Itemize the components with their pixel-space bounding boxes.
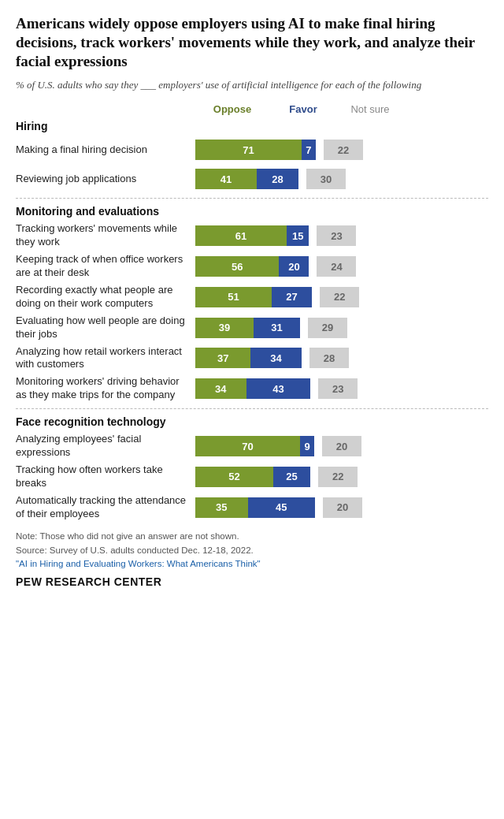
table-row: Making a final hiring decision71722 bbox=[16, 137, 488, 162]
notsure-label: Not sure bbox=[346, 103, 394, 115]
section-divider bbox=[16, 198, 488, 199]
bar-oppose: 39 bbox=[195, 318, 254, 338]
bar-favor: 20 bbox=[279, 256, 309, 277]
bar-oppose: 61 bbox=[195, 225, 287, 246]
page-title: Americans widely oppose employers using … bbox=[16, 14, 488, 70]
table-row: Monitoring workers' driving behavior as … bbox=[16, 375, 488, 402]
bar-notsure: 20 bbox=[322, 436, 361, 456]
bar-notsure: 22 bbox=[320, 287, 359, 307]
row-label: Evaluating how well people are doing the… bbox=[16, 315, 195, 341]
bar-oppose: 71 bbox=[195, 140, 302, 160]
bars: 344323 bbox=[195, 378, 488, 399]
bar-oppose: 70 bbox=[195, 436, 300, 456]
bar-notsure: 30 bbox=[306, 169, 346, 189]
bar-oppose: 51 bbox=[195, 287, 272, 307]
table-row: Analyzing how retail workers interact wi… bbox=[16, 345, 488, 372]
oppose-label: Oppose bbox=[197, 103, 268, 115]
bars: 412830 bbox=[195, 169, 488, 189]
bar-favor: 15 bbox=[287, 225, 309, 246]
table-row: Keeping track of when office workers are… bbox=[16, 253, 488, 280]
bars: 512722 bbox=[195, 287, 488, 307]
table-row: Tracking workers' movements while they w… bbox=[16, 222, 488, 249]
pew-research-label: PEW RESEARCH CENTER bbox=[16, 575, 488, 588]
bar-favor: 9 bbox=[300, 436, 314, 456]
bars: 611523 bbox=[195, 225, 488, 246]
table-row: Evaluating how well people are doing the… bbox=[16, 315, 488, 341]
row-label: Monitoring workers' driving behavior as … bbox=[16, 375, 195, 402]
row-label: Tracking workers' movements while they w… bbox=[16, 222, 195, 249]
bars: 393129 bbox=[195, 318, 488, 338]
bars: 354520 bbox=[195, 497, 488, 518]
bar-notsure: 22 bbox=[324, 140, 363, 160]
bar-favor: 45 bbox=[248, 497, 316, 518]
bar-notsure: 24 bbox=[317, 256, 356, 277]
bar-favor: 27 bbox=[272, 287, 312, 307]
bar-favor: 43 bbox=[246, 378, 311, 399]
bars: 522522 bbox=[195, 467, 488, 487]
bar-favor: 31 bbox=[254, 318, 300, 338]
table-row: Tracking how often workers take breaks52… bbox=[16, 463, 488, 490]
favor-label: Favor bbox=[268, 103, 339, 115]
bar-oppose: 34 bbox=[195, 378, 246, 399]
bar-notsure: 22 bbox=[318, 467, 358, 487]
table-row: Automatically tracking the attendance of… bbox=[16, 494, 488, 521]
row-label: Analyzing employees' facial expressions bbox=[16, 433, 195, 460]
section-label: Face recognition technology bbox=[16, 415, 488, 428]
row-label: Reviewing job applications bbox=[16, 173, 195, 186]
table-row: Reviewing job applications412830 bbox=[16, 166, 488, 192]
note3: "AI in Hiring and Evaluating Workers: Wh… bbox=[16, 559, 261, 568]
section-label: Monitoring and evaluations bbox=[16, 205, 488, 218]
bar-notsure: 23 bbox=[318, 378, 358, 399]
bar-oppose: 56 bbox=[195, 256, 279, 277]
table-row: Analyzing employees' facial expressions7… bbox=[16, 433, 488, 460]
bar-notsure: 29 bbox=[308, 318, 347, 338]
bars: 71722 bbox=[195, 140, 488, 160]
chart-container: HiringMaking a final hiring decision7172… bbox=[16, 120, 488, 520]
row-label: Analyzing how retail workers interact wi… bbox=[16, 345, 195, 372]
bar-notsure: 20 bbox=[323, 497, 362, 518]
bar-oppose: 35 bbox=[195, 497, 248, 518]
note2: Source: Survey of U.S. adults conducted … bbox=[16, 545, 254, 555]
bar-oppose: 37 bbox=[195, 348, 250, 368]
section-label: Hiring bbox=[16, 120, 488, 132]
bar-notsure: 28 bbox=[309, 348, 349, 368]
table-row: Recording exactly what people are doing … bbox=[16, 284, 488, 311]
row-label: Keeping track of when office workers are… bbox=[16, 253, 195, 280]
section-divider bbox=[16, 408, 488, 409]
bar-favor: 28 bbox=[257, 169, 298, 189]
bars: 562024 bbox=[195, 256, 488, 277]
row-label: Tracking how often workers take breaks bbox=[16, 463, 195, 490]
bar-favor: 25 bbox=[273, 467, 311, 487]
bar-oppose: 52 bbox=[195, 467, 273, 487]
bar-oppose: 41 bbox=[195, 169, 257, 189]
bar-favor: 34 bbox=[250, 348, 302, 368]
bar-notsure: 23 bbox=[317, 225, 356, 246]
row-label: Recording exactly what people are doing … bbox=[16, 284, 195, 311]
subtitle: % of U.S. adults who say they ___ employ… bbox=[16, 78, 488, 92]
row-label: Making a final hiring decision bbox=[16, 143, 195, 157]
bars: 373428 bbox=[195, 348, 488, 368]
row-label: Automatically tracking the attendance of… bbox=[16, 494, 195, 521]
bars: 70920 bbox=[195, 436, 488, 456]
chart-header: Oppose Favor Not sure bbox=[197, 103, 488, 115]
note1: Note: Those who did not give an answer a… bbox=[16, 531, 239, 541]
notes: Note: Those who did not give an answer a… bbox=[16, 530, 488, 571]
bar-favor: 7 bbox=[302, 140, 316, 160]
